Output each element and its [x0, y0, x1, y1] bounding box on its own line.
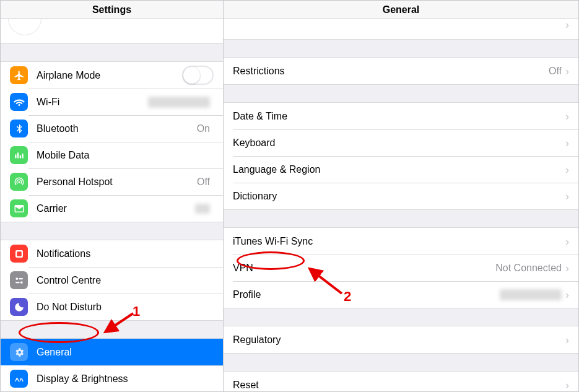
svg-rect-1 [17, 251, 22, 256]
setting-row-dictionary[interactable]: Dictionary› [224, 183, 578, 209]
chevron-right-icon: › [565, 263, 569, 274]
toggle-switch[interactable] [182, 66, 214, 85]
sidebar-item-personal-hotspot[interactable]: Personal Hotspot Off [1, 168, 223, 195]
sidebar-item-label: Control Centre [37, 275, 214, 286]
controlcentre-icon [10, 271, 28, 289]
sidebar-item-label: Carrier [37, 203, 195, 214]
row-label: Language & Region [233, 164, 565, 175]
setting-row-regulatory[interactable]: Regulatory› [224, 326, 578, 353]
chevron-right-icon: › [565, 191, 569, 202]
sidebar-item-bluetooth[interactable]: Bluetooth On [1, 115, 223, 142]
partial-row-peek [1, 19, 223, 44]
sidebar-item-label: Personal Hotspot [37, 176, 197, 188]
sidebar-item-display-brightness[interactable]: AA Display & Brightness [1, 365, 223, 391]
carrier-icon [10, 199, 28, 217]
svg-text:AA: AA [14, 375, 23, 382]
sidebar-item-general[interactable]: General [1, 339, 223, 365]
chevron-right-icon: › [565, 19, 569, 30]
sidebar-title: Settings [1, 1, 223, 19]
sidebar-item-label: Display & Brightness [37, 373, 214, 385]
chevron-right-icon: › [565, 164, 569, 175]
redacted-value [195, 204, 210, 214]
chevron-right-icon: › [565, 289, 569, 300]
chevron-right-icon: › [565, 334, 569, 346]
setting-row-restrictions[interactable]: RestrictionsOff› [224, 58, 578, 84]
general-icon [10, 343, 28, 361]
chevron-right-icon: › [565, 137, 569, 149]
row-label: Profile [233, 289, 500, 300]
chevron-right-icon: › [565, 236, 569, 247]
setting-row-language-region[interactable]: Language & Region› [224, 156, 578, 183]
airplane-icon [10, 66, 28, 84]
svg-point-4 [20, 281, 22, 284]
notifications-icon [10, 245, 28, 263]
bluetooth-icon [10, 120, 28, 137]
setting-row-profile[interactable]: Profile› [224, 281, 578, 308]
row-value: Off [549, 66, 562, 77]
row-value: Not Connected [495, 263, 562, 274]
wifi-icon [10, 93, 28, 111]
sidebar-item-notifications[interactable]: Notifications [1, 240, 223, 267]
row-label: Dictionary [233, 191, 565, 202]
sidebar-item-label: Wi-Fi [37, 97, 148, 108]
sidebar-item-label: Airplane Mode [37, 70, 182, 81]
mobiledata-icon [10, 146, 28, 164]
partial-row-peek: › [224, 19, 578, 40]
setting-row-itunes-wi-fi-sync[interactable]: iTunes Wi-Fi Sync› [224, 228, 578, 255]
row-label: VPN [233, 263, 495, 274]
row-label: Keyboard [233, 137, 565, 149]
sidebar-item-label: Bluetooth [37, 123, 197, 134]
row-label: Reset [233, 380, 565, 391]
dnd-icon [10, 298, 28, 316]
row-value: Off [197, 176, 210, 188]
main-scroll[interactable]: ›RestrictionsOff›Date & Time›Keyboard›La… [224, 19, 578, 391]
svg-rect-5 [15, 281, 20, 282]
svg-rect-3 [19, 277, 23, 279]
chevron-right-icon: › [565, 111, 569, 122]
setting-row-date-time[interactable]: Date & Time› [224, 103, 578, 129]
chevron-right-icon: › [565, 66, 569, 77]
sidebar-item-label: Mobile Data [37, 150, 214, 161]
sidebar-item-label: General [37, 347, 214, 358]
annotation-arrow-1 [99, 308, 142, 339]
row-label: Regulatory [233, 334, 565, 346]
row-label: Restrictions [233, 66, 549, 77]
sidebar-item-carrier[interactable]: Carrier [1, 195, 223, 222]
sidebar-item-mobile-data[interactable]: Mobile Data [1, 142, 223, 168]
main-title: General [224, 1, 578, 19]
svg-point-2 [15, 277, 18, 280]
chevron-right-icon: › [565, 380, 569, 391]
annotation-arrow-2 [303, 261, 353, 298]
svg-line-9 [105, 313, 133, 332]
general-detail-pane: General ›RestrictionsOff›Date & Time›Key… [224, 1, 578, 391]
sidebar-item-wi-fi[interactable]: Wi-Fi [1, 89, 223, 115]
hotspot-icon [10, 173, 28, 191]
svg-line-10 [310, 269, 342, 294]
sidebar-item-airplane-mode[interactable]: Airplane Mode [1, 62, 223, 89]
redacted-value [500, 289, 562, 300]
setting-row-reset[interactable]: Reset› [224, 372, 578, 391]
sidebar-item-label: Notifications [37, 248, 214, 259]
setting-row-vpn[interactable]: VPNNot Connected› [224, 255, 578, 281]
sidebar-item-control-centre[interactable]: Control Centre [1, 267, 223, 294]
row-value: On [197, 123, 210, 134]
display-icon: AA [10, 370, 28, 388]
row-label: Date & Time [233, 111, 565, 122]
setting-row-keyboard[interactable]: Keyboard› [224, 129, 578, 156]
row-label: iTunes Wi-Fi Sync [233, 236, 565, 247]
redacted-value [148, 97, 210, 108]
